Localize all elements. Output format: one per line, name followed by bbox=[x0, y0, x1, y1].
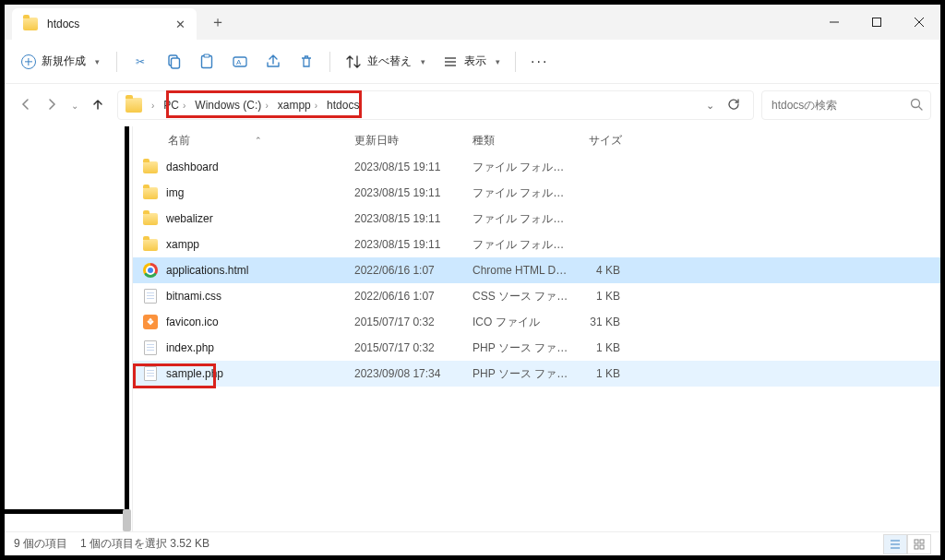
sort-icon bbox=[345, 54, 362, 70]
chevron-down-icon: ▾ bbox=[496, 57, 500, 66]
more-button[interactable]: ··· bbox=[523, 46, 556, 77]
file-row[interactable]: dashboard2023/08/15 19:11ファイル フォルダー bbox=[133, 154, 940, 180]
view-icon bbox=[442, 54, 459, 70]
folder-icon bbox=[143, 161, 158, 173]
maximize-button[interactable] bbox=[855, 5, 898, 40]
close-button[interactable] bbox=[898, 5, 940, 40]
file-size: 4 KB bbox=[568, 264, 620, 277]
file-row[interactable]: applications.html2022/06/16 1:07Chrome H… bbox=[133, 257, 940, 283]
file-type: ファイル フォルダー bbox=[472, 160, 568, 175]
details-view-button[interactable] bbox=[883, 534, 907, 554]
file-pane: 名前 ⌃ 更新日時 種類 サイズ dashboard2023/08/15 19:… bbox=[133, 126, 940, 531]
search-input[interactable] bbox=[772, 99, 910, 112]
file-type: CSS ソース ファイル bbox=[472, 289, 568, 304]
crumb-windows-c[interactable]: Windows (C:)› bbox=[191, 92, 271, 118]
chevron-down-icon: ▾ bbox=[421, 57, 425, 66]
file-type: ICO ファイル bbox=[472, 315, 568, 330]
tab-htdocs[interactable]: htdocs ✕ bbox=[12, 8, 197, 40]
delete-button[interactable] bbox=[291, 46, 322, 77]
share-button[interactable] bbox=[257, 46, 289, 77]
svg-line-14 bbox=[919, 106, 923, 110]
crumb-htdocs[interactable]: htdocs bbox=[323, 92, 363, 118]
file-row[interactable]: bitnami.css2022/06/16 1:07CSS ソース ファイル1 … bbox=[133, 283, 940, 309]
file-size: 31 KB bbox=[568, 316, 620, 328]
scrollbar-thumb[interactable] bbox=[123, 509, 131, 531]
item-count: 9 個の項目 bbox=[14, 536, 67, 552]
rename-icon: A bbox=[232, 54, 248, 70]
file-row[interactable]: webalizer2023/08/15 19:11ファイル フォルダー bbox=[133, 206, 940, 232]
file-icon bbox=[144, 340, 157, 355]
search-box[interactable] bbox=[761, 90, 931, 120]
back-button[interactable] bbox=[19, 98, 32, 113]
chevron-down-icon[interactable]: ⌄ bbox=[706, 100, 714, 112]
file-type: ファイル フォルダー bbox=[472, 237, 568, 253]
status-bar: 9 個の項目 1 個の項目を選択 3.52 KB bbox=[5, 531, 940, 555]
breadcrumb[interactable]: › PC› Windows (C:)› xampp› htdocs ⌄ bbox=[117, 90, 754, 120]
column-type[interactable]: 種類 bbox=[472, 133, 561, 149]
new-button[interactable]: 新規作成 ▾ bbox=[12, 46, 109, 77]
sort-button[interactable]: 並べ替え ▾ bbox=[338, 46, 433, 77]
crumb-pc[interactable]: PC› bbox=[160, 92, 189, 118]
file-row[interactable]: ❖favicon.ico2015/07/17 0:32ICO ファイル31 KB bbox=[133, 309, 940, 335]
svg-rect-18 bbox=[915, 540, 918, 543]
search-icon[interactable] bbox=[910, 98, 923, 113]
file-icon bbox=[144, 289, 157, 304]
file-date: 2023/08/15 19:11 bbox=[354, 238, 472, 251]
chevron-right-icon[interactable]: › bbox=[148, 92, 158, 118]
file-name: xampp bbox=[166, 238, 354, 251]
caret-up-icon: ⌃ bbox=[255, 136, 262, 145]
selection-info: 1 個の項目を選択 3.52 KB bbox=[80, 536, 209, 552]
file-name: favicon.ico bbox=[166, 316, 354, 328]
file-row[interactable]: sample.php2023/09/08 17:34PHP ソース ファイル1 … bbox=[133, 361, 940, 387]
new-tab-button[interactable]: ＋ bbox=[202, 13, 233, 32]
file-row[interactable]: index.php2015/07/17 0:32PHP ソース ファイル1 KB bbox=[133, 335, 940, 361]
address-bar: ⌄ › PC› Windows (C:)› xampp› htdocs ⌄ bbox=[5, 84, 940, 126]
file-name: webalizer bbox=[166, 212, 354, 225]
svg-rect-5 bbox=[172, 58, 180, 68]
scrollbar[interactable] bbox=[122, 126, 132, 531]
file-date: 2015/07/17 0:32 bbox=[354, 341, 472, 354]
column-size[interactable]: サイズ bbox=[561, 133, 622, 149]
file-date: 2023/08/15 19:11 bbox=[354, 212, 472, 225]
svg-rect-19 bbox=[920, 540, 924, 543]
ico-icon: ❖ bbox=[143, 315, 158, 329]
file-row[interactable]: xampp2023/08/15 19:11ファイル フォルダー bbox=[133, 232, 940, 257]
file-list: dashboard2023/08/15 19:11ファイル フォルダーimg20… bbox=[133, 154, 940, 531]
up-button[interactable] bbox=[91, 98, 104, 113]
column-date[interactable]: 更新日時 bbox=[354, 133, 472, 149]
grid-view-button[interactable] bbox=[907, 534, 931, 554]
crumb-xampp[interactable]: xampp› bbox=[274, 92, 321, 118]
titlebar: htdocs ✕ ＋ bbox=[5, 5, 940, 40]
close-icon[interactable]: ✕ bbox=[175, 18, 185, 31]
file-type: PHP ソース ファイル bbox=[472, 366, 568, 382]
file-date: 2022/06/16 1:07 bbox=[354, 264, 472, 277]
svg-rect-21 bbox=[920, 545, 924, 549]
share-icon bbox=[265, 54, 281, 70]
refresh-button[interactable] bbox=[727, 98, 740, 113]
file-size: 1 KB bbox=[568, 341, 620, 354]
minimize-button[interactable] bbox=[813, 5, 855, 40]
paste-button[interactable] bbox=[191, 46, 222, 77]
file-date: 2023/09/08 17:34 bbox=[354, 367, 472, 380]
rename-button[interactable]: A bbox=[224, 46, 256, 77]
file-row[interactable]: img2023/08/15 19:11ファイル フォルダー bbox=[133, 180, 940, 206]
file-name: dashboard bbox=[166, 161, 354, 173]
svg-text:A: A bbox=[236, 58, 242, 66]
copy-icon bbox=[165, 54, 182, 70]
folder-icon bbox=[126, 98, 142, 113]
view-button[interactable]: 表示 ▾ bbox=[435, 46, 508, 77]
forward-button[interactable] bbox=[45, 98, 58, 113]
chrome-icon bbox=[143, 263, 158, 278]
file-name: applications.html bbox=[166, 264, 354, 277]
file-type: Chrome HTML Do... bbox=[472, 264, 568, 277]
svg-rect-7 bbox=[204, 54, 209, 57]
folder-icon bbox=[143, 213, 158, 225]
cut-button[interactable]: ✂ bbox=[125, 46, 156, 77]
copy-button[interactable] bbox=[158, 46, 189, 77]
file-type: ファイル フォルダー bbox=[472, 185, 568, 201]
recent-dropdown[interactable]: ⌄ bbox=[71, 101, 78, 111]
column-name[interactable]: 名前 ⌃ bbox=[142, 133, 354, 149]
scissors-icon: ✂ bbox=[132, 54, 149, 70]
svg-rect-1 bbox=[873, 18, 881, 27]
folder-icon bbox=[143, 239, 158, 251]
